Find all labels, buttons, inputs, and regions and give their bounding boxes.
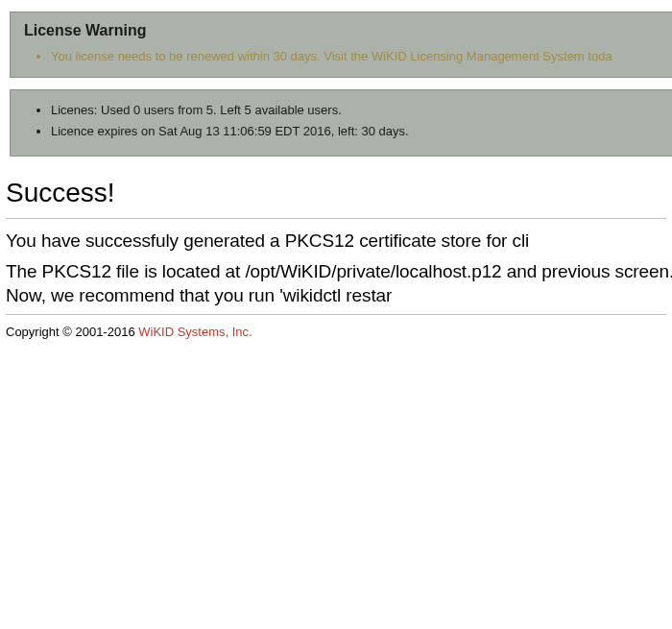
success-paragraph-2: The PKCS12 file is located at /opt/WiKID… [6, 259, 672, 308]
divider [6, 314, 666, 315]
success-paragraph-1: You have successfuly generated a PKCS12 … [6, 229, 672, 254]
divider [6, 218, 666, 219]
list-item: You license needs to be renewed within 3… [51, 49, 672, 63]
footer: Copyright © 2001-2016 WiKID Systems, Inc… [6, 325, 672, 339]
license-status-list: Licenes: Used 0 users from 5. Left 5 ava… [24, 100, 672, 142]
license-warning-panel: License Warning You license needs to be … [10, 12, 672, 78]
license-status-panel: Licenes: Used 0 users from 5. Left 5 ava… [10, 89, 672, 157]
list-item: Licence expires on Sat Aug 13 11:06:59 E… [51, 121, 672, 142]
list-item: Licenes: Used 0 users from 5. Left 5 ava… [51, 100, 672, 121]
license-warning-title: License Warning [24, 22, 672, 39]
copyright-text: Copyright © 2001-2016 [6, 325, 138, 339]
page-title: Success! [6, 178, 672, 208]
license-warning-list: You license needs to be renewed within 3… [24, 49, 672, 63]
wikid-link[interactable]: WiKID Systems, Inc. [138, 325, 252, 339]
